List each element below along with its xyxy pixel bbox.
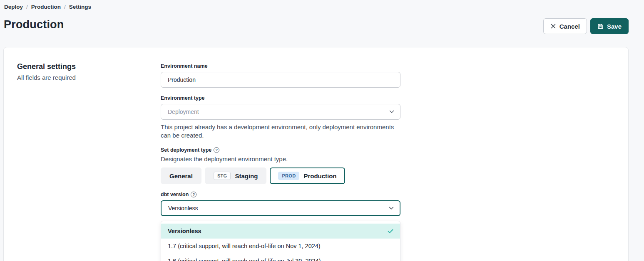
settings-form: Environment name Environment type Deploy… xyxy=(161,63,400,261)
close-icon xyxy=(550,23,556,29)
section-head: General settings All fields are required xyxy=(17,62,76,81)
environment-name-input[interactable] xyxy=(161,72,400,88)
environment-type-value: Deployment xyxy=(168,108,199,115)
breadcrumb: Deploy / Production / Settings xyxy=(4,4,91,10)
help-icon[interactable]: ? xyxy=(214,147,219,153)
deployment-type-staging-label: Staging xyxy=(235,172,258,180)
save-icon xyxy=(597,23,604,30)
dropdown-option-label: Versionless xyxy=(168,228,201,234)
dropdown-option-versionless[interactable]: Versionless xyxy=(161,224,400,239)
dropdown-option-1-7[interactable]: 1.7 (critical support, will reach end-of… xyxy=(161,239,400,254)
save-button[interactable]: Save xyxy=(590,18,629,34)
page-title: Production xyxy=(4,18,64,31)
deployment-type-label: Set deployment type ? xyxy=(161,147,400,153)
save-button-label: Save xyxy=(607,23,622,30)
breadcrumb-deploy[interactable]: Deploy xyxy=(4,4,23,10)
cancel-button-label: Cancel xyxy=(559,23,580,30)
header-actions: Cancel Save xyxy=(543,18,629,34)
breadcrumb-separator: / xyxy=(26,4,28,10)
deployment-type-general-label: General xyxy=(169,172,193,180)
dropdown-option-label: 1.6 (critical support, will reach end-of… xyxy=(168,258,321,261)
dropdown-option-label: 1.7 (critical support, will reach end-of… xyxy=(168,243,321,249)
dbt-version-value: Versionless xyxy=(168,205,198,212)
deployment-type-label-text: Set deployment type xyxy=(161,147,211,153)
dbt-version-dropdown: Versionless 1.7 (critical support, will … xyxy=(161,221,400,261)
prod-badge: PROD xyxy=(278,172,299,180)
breadcrumb-separator: / xyxy=(64,4,66,10)
staging-badge: STG xyxy=(214,172,231,180)
check-icon xyxy=(388,229,393,234)
section-subtitle: All fields are required xyxy=(17,74,76,81)
dbt-version-label-text: dbt version xyxy=(161,192,189,197)
deployment-type-options: General STG Staging PROD Production xyxy=(161,167,400,184)
environment-type-helper: This project already has a development e… xyxy=(161,123,398,140)
general-settings-card: General settings All fields are required… xyxy=(3,47,629,261)
dbt-version-label: dbt version ? xyxy=(161,192,400,197)
deployment-type-production-button[interactable]: PROD Production xyxy=(270,167,345,184)
environment-type-select[interactable]: Deployment xyxy=(161,104,400,120)
deployment-type-description: Designates the deployment environment ty… xyxy=(161,155,400,163)
deployment-type-staging-button[interactable]: STG Staging xyxy=(205,167,267,184)
deployment-type-production-label: Production xyxy=(303,172,336,180)
deployment-type-general-button[interactable]: General xyxy=(161,167,201,184)
environment-name-label: Environment name xyxy=(161,63,400,69)
chevron-down-icon xyxy=(389,207,394,210)
breadcrumb-settings[interactable]: Settings xyxy=(69,4,91,10)
section-title: General settings xyxy=(17,62,76,71)
cancel-button[interactable]: Cancel xyxy=(543,18,587,34)
page: Deploy / Production / Settings Productio… xyxy=(0,0,644,261)
dropdown-option-1-6[interactable]: 1.6 (critical support, will reach end-of… xyxy=(161,254,400,261)
environment-type-label: Environment type xyxy=(161,95,400,101)
dbt-version-select[interactable]: Versionless xyxy=(161,200,400,216)
chevron-down-icon xyxy=(389,110,394,113)
help-icon[interactable]: ? xyxy=(191,192,196,197)
breadcrumb-production[interactable]: Production xyxy=(31,4,61,10)
